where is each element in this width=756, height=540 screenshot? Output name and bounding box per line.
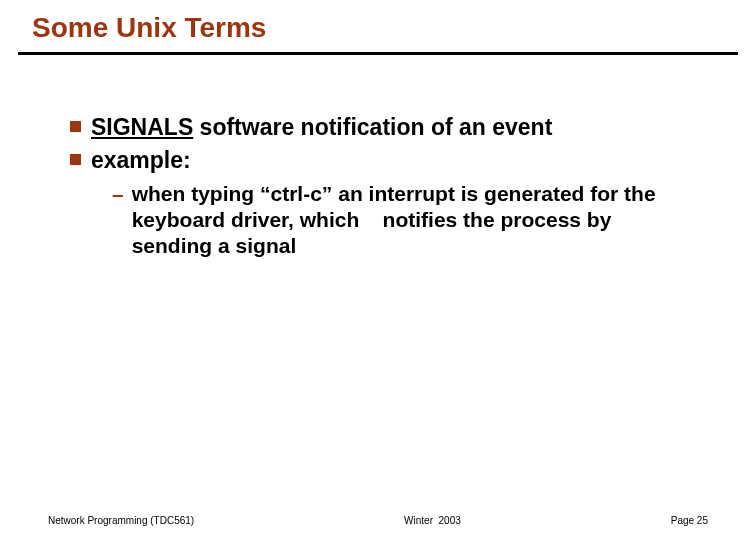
content-area: SIGNALS software notification of an even… bbox=[0, 55, 756, 259]
bullet-term: SIGNALS bbox=[91, 114, 193, 140]
bullet-item: SIGNALS software notification of an even… bbox=[70, 113, 696, 142]
square-bullet-icon bbox=[70, 154, 81, 165]
bullet-rest: example: bbox=[91, 147, 191, 173]
footer-right: Page 25 bbox=[671, 515, 708, 526]
dash-bullet-icon: – bbox=[112, 181, 124, 207]
bullet-rest: software notification of an event bbox=[193, 114, 552, 140]
bullet-text: SIGNALS software notification of an even… bbox=[91, 113, 552, 142]
bullet-item: example: bbox=[70, 146, 696, 175]
slide-title: Some Unix Terms bbox=[0, 0, 756, 44]
square-bullet-icon bbox=[70, 121, 81, 132]
slide: Some Unix Terms SIGNALS software notific… bbox=[0, 0, 756, 540]
sub-bullet-item: – when typing “ctrl-c” an interrupt is g… bbox=[70, 181, 696, 260]
footer-left: Network Programming (TDC561) bbox=[48, 515, 194, 526]
sub-bullet-text: when typing “ctrl-c” an interrupt is gen… bbox=[132, 181, 696, 260]
footer-center: Winter 2003 bbox=[404, 515, 461, 526]
footer: Network Programming (TDC561) Winter 2003… bbox=[0, 515, 756, 526]
bullet-text: example: bbox=[91, 146, 191, 175]
